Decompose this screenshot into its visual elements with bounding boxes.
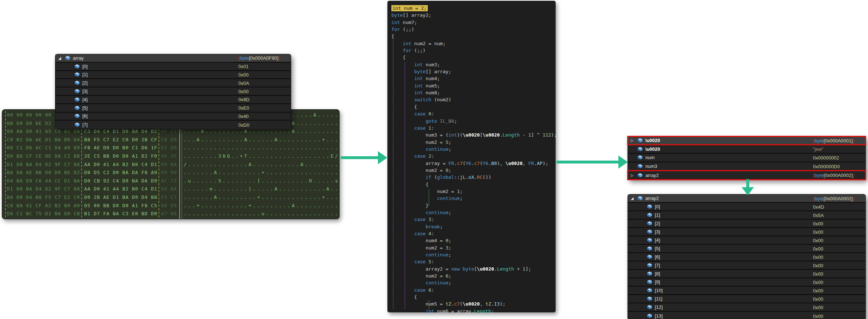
field-icon bbox=[647, 280, 652, 284]
watch-row[interactable]: [7]0xD0 bbox=[55, 121, 291, 129]
watch-row[interactable]: ▷array2{byte[0x000A0002]} bbox=[628, 171, 865, 180]
variable-name: [4] bbox=[655, 237, 660, 243]
field-icon bbox=[637, 138, 643, 143]
field-icon bbox=[74, 122, 80, 127]
watch-row[interactable]: ▷\u0020{byte[0x000A0001]} bbox=[628, 137, 865, 145]
watch-row[interactable]: \u0020"jew" bbox=[628, 145, 865, 154]
hex-row: D1 D0 BA D4 D2 9F C7 88AA D0 41 A4 B2 B0… bbox=[2, 186, 339, 194]
watch-row[interactable]: [7]0x00 bbox=[628, 261, 865, 270]
code-line: { bbox=[391, 181, 555, 188]
hex-bytes: AA D0 41 A4 B2 B0 C4 D1 bbox=[84, 162, 157, 167]
code-line: int num3; bbox=[391, 61, 555, 68]
hex-bytes: B8 C1 D6 AC C1 D4 A0 89 bbox=[7, 145, 80, 150]
variable-value: {byte[0x000A0F90]} bbox=[238, 55, 280, 61]
hex-bytes: D0 D0 bbox=[161, 170, 177, 175]
variable-value: 0xD0 bbox=[238, 122, 249, 127]
hex-bytes: F8 AE D0 D0 B0 C1 D6 1F bbox=[84, 145, 157, 150]
hex-bytes: C0 BA 41 CF A2 B2 B0 A9 bbox=[7, 203, 80, 208]
code-line: { bbox=[391, 33, 555, 40]
variable-value: 0x0A bbox=[238, 80, 249, 86]
code-line: switch (num2) bbox=[391, 96, 555, 103]
hex-bytes: D0 2B AE D1 BA D0 D4 B8 bbox=[84, 194, 157, 200]
code-line: case 5: bbox=[391, 258, 555, 265]
watch-row[interactable]: [4]0x9D bbox=[55, 96, 291, 104]
field-icon bbox=[637, 155, 643, 160]
code-line: for (;;) bbox=[391, 47, 555, 54]
watch-row[interactable]: [3]0x00 bbox=[628, 228, 865, 236]
code-line: { bbox=[391, 54, 555, 61]
hex-bytes: 88 AA D0 41 A5 C8 B2 DA bbox=[7, 129, 80, 134]
flow-arrow-hex-to-code bbox=[341, 156, 378, 159]
code-text: int num = 2;byte[] array2;int num7;for (… bbox=[391, 5, 555, 315]
composite-screenshot: 00 00 00 00 00 00 00 0000 00 00 00 00 00… bbox=[0, 0, 868, 319]
locals-watch-panel[interactable]: ▷\u0020{byte[0x000A0001]}\u0020"jew"num0… bbox=[627, 136, 866, 180]
watch-row[interactable]: [1]0x00 bbox=[55, 71, 291, 79]
hex-bytes: 9F C7 bbox=[161, 129, 177, 134]
code-line: break; bbox=[391, 223, 555, 230]
watch-row[interactable]: [6]0x00 bbox=[628, 253, 865, 261]
watch-row[interactable]: num0x00000002 bbox=[628, 154, 865, 162]
watch-row[interactable]: [2]0x00 bbox=[628, 220, 865, 228]
watch-row[interactable]: [5]0x00 bbox=[628, 245, 865, 253]
watch-row[interactable]: num30x000000D0 bbox=[628, 162, 865, 171]
code-line: array = FR.c7(Y6.c7(Y6.B0), \u0020, FR.A… bbox=[391, 160, 555, 167]
code-line: { bbox=[391, 103, 555, 110]
variable-name: [9] bbox=[655, 279, 660, 285]
hex-bytes: F5 C7 bbox=[161, 194, 177, 200]
code-line: goto IL_B8; bbox=[391, 118, 555, 125]
watch-row[interactable]: [13]0x00 bbox=[628, 312, 865, 319]
code-line: continue; bbox=[391, 279, 555, 286]
hex-bytes: D1 D0 bbox=[161, 145, 177, 150]
hex-ascii-text: .u......5........]...........D.....s bbox=[184, 178, 339, 184]
collapsed-expander-icon[interactable]: ▷ bbox=[631, 173, 637, 177]
code-line: case 3: bbox=[391, 216, 555, 223]
watch-row[interactable]: [11]0x00 bbox=[628, 295, 865, 303]
watch-row[interactable]: [12]0x00 bbox=[628, 303, 865, 312]
field-icon bbox=[637, 147, 643, 151]
field-icon bbox=[74, 64, 80, 69]
watch-row[interactable]: [3]0x00 bbox=[55, 87, 291, 96]
variable-value: 0x5A bbox=[813, 212, 824, 218]
collapsed-expander-icon[interactable]: ▷ bbox=[631, 138, 637, 142]
hex-ascii-text: .................................... bbox=[184, 145, 339, 150]
code-line: num2 = 5; bbox=[391, 139, 555, 146]
expanded-expander-icon[interactable]: ◢ bbox=[58, 56, 65, 60]
field-icon bbox=[647, 296, 652, 301]
watch-row[interactable]: [5]0xE0 bbox=[55, 104, 291, 113]
watch-row[interactable]: [4]0x00 bbox=[628, 236, 865, 245]
variable-name: [7] bbox=[82, 122, 87, 127]
watch-row[interactable]: [0]0x4D bbox=[628, 203, 865, 211]
array-watch-panel[interactable]: ◢array{byte[0x000A0F90]}[0]0x01[1]0x00[2… bbox=[55, 54, 291, 129]
watch-row[interactable]: [10]0x00 bbox=[628, 287, 865, 295]
watch-row[interactable]: [1]0x5A bbox=[628, 211, 865, 220]
hex-bytes: 2E C5 BB D0 D0 A1 D2 F0 bbox=[84, 153, 157, 159]
watch-row[interactable]: ◢array{byte[0x000A0F90]} bbox=[55, 54, 291, 63]
hex-ascii-text: /..............A...........A........ bbox=[184, 162, 339, 167]
watch-row[interactable]: [8]0x00 bbox=[628, 270, 865, 278]
code-line: if (global::jL.oX.RC()) bbox=[391, 174, 555, 181]
code-line: int num7; bbox=[391, 19, 555, 26]
code-line: continue; bbox=[391, 146, 555, 153]
code-line: num2 = 6; bbox=[391, 272, 555, 279]
variable-value: 0x000000D0 bbox=[813, 164, 840, 169]
watch-row[interactable]: [0]0x01 bbox=[55, 63, 291, 71]
hex-row: BA DA AE BB D0 D0 BE D2D8 D5 C2 D0 BA DA… bbox=[2, 170, 339, 178]
variable-value: 0x00 bbox=[813, 254, 823, 260]
hex-ascii-text: ......e........|.....A...........A.. bbox=[184, 186, 339, 192]
watch-row[interactable]: ◢array2{byte[0x000A0002]} bbox=[628, 194, 865, 203]
variable-value: 0xE0 bbox=[238, 105, 249, 111]
variable-value: 0x40 bbox=[238, 113, 249, 119]
hex-bytes: BA DA AE BB D0 D0 BE D2 bbox=[7, 170, 80, 175]
hex-bytes: AC 73 bbox=[161, 178, 177, 184]
array2-watch-panel[interactable]: ◢array2{byte[0x000A0002]}[0]0x4D[1]0x5A[… bbox=[627, 194, 866, 319]
variable-name: [2] bbox=[655, 221, 660, 226]
hex-bytes: DA C1 BC 75 D1 BA D0 CB bbox=[7, 211, 80, 216]
decompiled-code-panel[interactable]: int num = 2;byte[] array2;int num7;for (… bbox=[387, 1, 556, 312]
flow-arrow-locals-to-array2 bbox=[746, 179, 749, 188]
hex-bytes: D5 00 BB D0 D0 A1 F8 C5 bbox=[84, 203, 157, 208]
watch-row[interactable]: [6]0x40 bbox=[55, 113, 291, 121]
watch-row[interactable]: [9]0x00 bbox=[628, 278, 865, 287]
watch-row[interactable]: [2]0x0A bbox=[55, 79, 291, 87]
variable-value: 0x00 bbox=[813, 296, 823, 302]
expanded-expander-icon[interactable]: ◢ bbox=[631, 196, 637, 200]
